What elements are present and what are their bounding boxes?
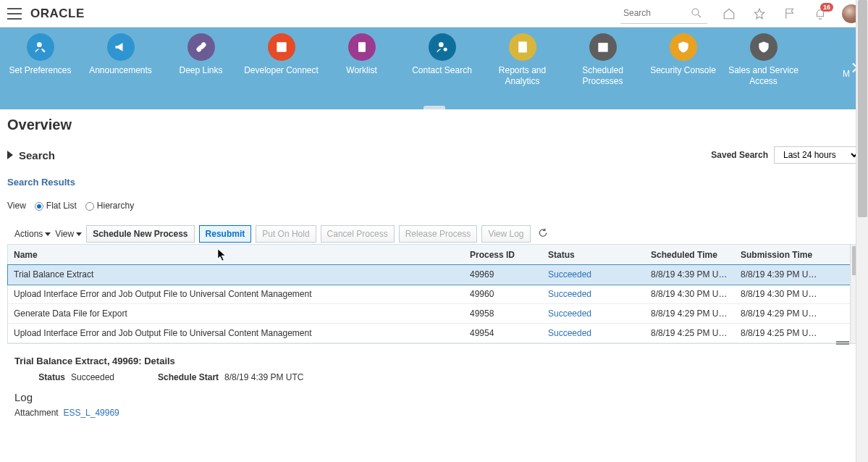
table-row[interactable]: Upload Interface Error and Job Output Fi… — [8, 285, 860, 304]
svg-rect-3 — [277, 42, 286, 51]
col-name[interactable]: Name — [8, 250, 464, 260]
cell-process-id: 49954 — [464, 328, 542, 338]
cell-name: Generate Data File for Export — [8, 308, 464, 319]
springboard-item-label: Deep Links — [161, 65, 241, 76]
cell-scheduled-time: 8/8/19 4:30 PM UTC — [645, 289, 735, 299]
svg-point-0 — [692, 9, 699, 15]
hamburger-icon[interactable] — [7, 8, 22, 20]
springboard-item[interactable]: Announcements — [80, 33, 161, 87]
springboard-item[interactable]: Sales and Service Access — [723, 33, 804, 87]
refresh-icon[interactable] — [538, 228, 548, 240]
cell-status-link[interactable]: Succeeded — [548, 289, 591, 299]
brand-logo: ORACLE — [30, 7, 85, 21]
view-mode-row: View Flat List Hierarchy — [7, 201, 861, 211]
cell-scheduled-time: 8/8/19 4:29 PM UTC — [645, 308, 735, 319]
megaphone-icon — [107, 33, 135, 61]
resubmit-button[interactable]: Resubmit — [199, 225, 252, 243]
details-status-value: Succeeded — [71, 372, 114, 382]
page-scrollbar[interactable] — [856, 0, 868, 462]
user-search-icon — [429, 33, 456, 61]
springboard-item[interactable]: Developer Connect — [241, 33, 321, 87]
table-resize-handle[interactable] — [834, 337, 851, 346]
view-log-button[interactable]: View Log — [481, 225, 530, 243]
flag-icon[interactable] — [781, 5, 799, 22]
home-icon[interactable] — [720, 5, 738, 22]
table-row[interactable]: Generate Data File for Export49958Succee… — [8, 304, 860, 324]
table-header: Name Process ID Status Scheduled Time Su… — [8, 245, 860, 265]
svg-rect-11 — [518, 42, 527, 53]
bell-icon[interactable]: 16 — [812, 5, 829, 22]
results-table: Name Process ID Status Scheduled Time Su… — [7, 244, 861, 344]
search-panel-toggle[interactable]: Search — [7, 149, 55, 161]
cell-status-link[interactable]: Succeeded — [548, 308, 591, 319]
cell-scheduled-time: 8/8/19 4:39 PM UTC — [645, 269, 735, 280]
global-header: ORACLE 16 — [0, 0, 868, 28]
springboard-item[interactable]: Scheduled Processes — [562, 33, 643, 87]
global-search[interactable] — [620, 3, 707, 24]
springboard-item-label: Developer Connect — [241, 65, 321, 76]
shield-star-icon — [670, 33, 697, 61]
col-status[interactable]: Status — [542, 250, 645, 260]
actions-menu[interactable]: Actions — [14, 229, 51, 239]
springboard-item[interactable]: Contact Search — [402, 33, 482, 87]
disclosure-arrow-icon — [7, 151, 13, 159]
springboard-item[interactable]: Deep Links — [161, 33, 241, 87]
details-panel: Trial Balance Extract, 49969: Details St… — [7, 356, 861, 418]
cell-name: Upload Interface Error and Job Output Fi… — [8, 328, 464, 338]
springboard-item[interactable]: Worklist — [321, 33, 402, 87]
attachment-label: Attachment — [14, 408, 59, 418]
springboard-item[interactable]: Reports and Analytics — [482, 33, 562, 87]
table-row[interactable]: Upload Interface Error and Job Output Fi… — [8, 324, 860, 343]
springboard-overflow-label: M — [843, 69, 850, 79]
col-submission-time[interactable]: Submission Time — [735, 250, 825, 260]
release-process-button[interactable]: Release Process — [399, 225, 478, 243]
cell-process-id: 49969 — [464, 269, 542, 280]
springboard-item[interactable]: Security Console — [643, 33, 723, 87]
schedule-new-process-button[interactable]: Schedule New Process — [86, 225, 194, 243]
view-menu[interactable]: View — [55, 229, 82, 239]
details-start-label: Schedule Start — [158, 372, 219, 382]
springboard-item-label: Announcements — [80, 65, 161, 76]
col-process-id[interactable]: Process ID — [464, 250, 542, 260]
cell-scheduled-time: 8/8/19 4:25 PM UTC — [645, 328, 735, 338]
cell-process-id: 49958 — [464, 308, 542, 319]
table-row[interactable]: Trial Balance Extract49969Succeeded8/8/1… — [8, 265, 860, 285]
star-icon[interactable] — [751, 5, 768, 22]
springboard-item-label: Contact Search — [402, 65, 482, 76]
saved-search-label: Saved Search — [711, 150, 768, 160]
saved-search-group: Saved Search Last 24 hours — [711, 146, 861, 164]
search-results-heading: Search Results — [7, 177, 861, 188]
attachment-link[interactable]: ESS_L_49969 — [63, 408, 119, 418]
log-heading: Log — [14, 391, 854, 403]
cell-process-id: 49960 — [464, 289, 542, 299]
search-input[interactable] — [623, 8, 688, 18]
svg-point-2 — [37, 42, 42, 47]
search-panel-label: Search — [19, 149, 55, 161]
cell-status-link[interactable]: Succeeded — [548, 328, 591, 338]
link-icon — [187, 33, 215, 61]
page-title: Overview — [7, 117, 861, 133]
cell-status-link[interactable]: Succeeded — [548, 269, 591, 280]
springboard-item[interactable]: Set Preferences — [0, 33, 80, 87]
details-start-value: 8/8/19 4:39 PM UTC — [224, 372, 303, 382]
put-on-hold-button[interactable]: Put On Hold — [256, 225, 316, 243]
flat-list-radio[interactable]: Flat List — [35, 201, 77, 211]
svg-point-9 — [443, 48, 447, 51]
saved-search-select[interactable]: Last 24 hours — [774, 146, 861, 164]
springboard-item-label: Sales and Service Access — [723, 65, 804, 87]
springboard-item-label: Reports and Analytics — [482, 65, 562, 87]
springboard-item-label: Set Preferences — [0, 65, 80, 76]
svg-line-1 — [698, 14, 701, 17]
svg-point-8 — [439, 42, 444, 47]
details-status-label: Status — [14, 372, 65, 382]
content-area: Overview Search Saved Search Last 24 hou… — [0, 109, 868, 462]
cell-submission-time: 8/8/19 4:29 PM UTC — [735, 308, 825, 319]
hierarchy-radio[interactable]: Hierarchy — [85, 201, 134, 211]
cell-name: Upload Interface Error and Job Output Fi… — [8, 289, 464, 299]
cancel-process-button[interactable]: Cancel Process — [321, 225, 395, 243]
view-label: View — [7, 201, 26, 211]
col-scheduled-time[interactable]: Scheduled Time — [645, 250, 735, 260]
search-icon[interactable] — [688, 4, 704, 22]
cell-submission-time: 8/8/19 4:30 PM UTC — [735, 289, 825, 299]
newspaper-icon — [268, 33, 295, 61]
